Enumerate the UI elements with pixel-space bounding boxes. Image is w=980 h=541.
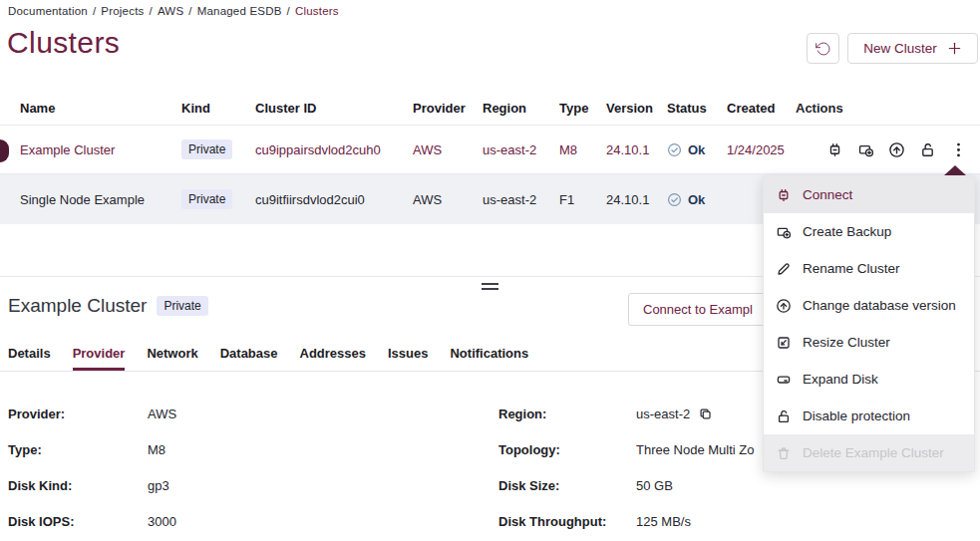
cell-kind: Private xyxy=(181,139,255,159)
column-header-status: Status xyxy=(667,101,727,116)
cell-name: Single Node Example xyxy=(20,192,181,207)
cell-status: Ok xyxy=(667,192,727,207)
menu-item-label: Expand Disk xyxy=(803,372,878,387)
cell-cluster-id: cu9ippairsdvlod2cuh0 xyxy=(255,142,413,157)
column-header-name: Name xyxy=(20,101,181,116)
menu-item-label: Delete Example Cluster xyxy=(803,445,944,460)
menu-item-label: Disable protection xyxy=(803,408,910,423)
tab-notifications[interactable]: Notifications xyxy=(450,346,528,371)
cell-provider: AWS xyxy=(413,192,483,207)
cell-version: 24.10.1 xyxy=(606,142,667,157)
menu-item-expand-disk[interactable]: Expand Disk xyxy=(764,361,974,398)
tab-network[interactable]: Network xyxy=(147,346,197,371)
field-value: M8 xyxy=(148,442,165,457)
menu-item-label: Create Backup xyxy=(803,224,891,239)
copy-icon[interactable] xyxy=(698,406,713,421)
provider-fields-left: Provider: AWS Type: M8 Disk Kind: gp3 Di… xyxy=(8,396,176,539)
tab-details[interactable]: Details xyxy=(8,346,51,371)
cell-type: F1 xyxy=(559,192,606,207)
protection-lock-icon[interactable] xyxy=(919,141,936,158)
field-value: gp3 xyxy=(148,478,169,493)
new-cluster-button[interactable]: New Cluster xyxy=(847,33,978,64)
cell-kind: Private xyxy=(181,189,255,209)
field-provider: Provider: AWS xyxy=(8,396,176,431)
menu-item-change-database-version[interactable]: Change database version xyxy=(764,287,974,324)
field-disk-size: Disk Size: 50 GB xyxy=(498,467,755,503)
kind-badge: Private xyxy=(181,189,232,209)
field-disk-kind: Disk Kind: gp3 xyxy=(8,467,176,503)
column-header-provider: Provider xyxy=(413,101,483,116)
field-label: Provider: xyxy=(8,406,148,421)
cell-region: us-east-2 xyxy=(483,192,559,207)
field-value: 125 MB/s xyxy=(636,514,691,529)
unlock-icon xyxy=(776,408,792,424)
field-value: 50 GB xyxy=(636,478,673,493)
splitter-drag-handle[interactable] xyxy=(482,283,498,290)
breadcrumb-separator: / xyxy=(150,5,153,17)
breadcrumb-projects[interactable]: Projects xyxy=(101,5,144,17)
menu-item-label: Connect xyxy=(803,187,852,202)
menu-item-disable-protection[interactable]: Disable protection xyxy=(764,398,974,434)
tab-addresses[interactable]: Addresses xyxy=(300,346,366,371)
column-header-actions: Actions xyxy=(796,101,980,116)
pencil-icon xyxy=(776,261,792,277)
check-circle-icon xyxy=(667,142,682,157)
breadcrumb: Documentation / Projects / AWS / Managed… xyxy=(8,5,339,17)
detail-private-badge: Private xyxy=(157,296,207,316)
breadcrumb-documentation[interactable]: Documentation xyxy=(8,5,88,17)
status-badge: Ok xyxy=(688,192,705,207)
tab-provider[interactable]: Provider xyxy=(73,346,126,371)
plus-icon xyxy=(947,41,962,56)
menu-item-delete-cluster: Delete Example Cluster xyxy=(764,434,974,471)
column-header-cluster-id: Cluster ID xyxy=(255,101,413,116)
new-cluster-label: New Cluster xyxy=(863,41,937,56)
menu-item-resize-cluster[interactable]: Resize Cluster xyxy=(764,324,974,361)
field-disk-iops: Disk IOPS: 3000 xyxy=(8,503,176,539)
breadcrumb-managed-esdb[interactable]: Managed ESDB xyxy=(197,5,282,17)
refresh-icon xyxy=(816,41,831,57)
connect-icon[interactable] xyxy=(826,141,843,158)
provider-fields-right: Region: us-east-2 Topology: Three Node M… xyxy=(498,396,755,539)
menu-item-label: Change database version xyxy=(803,298,956,313)
menu-item-connect[interactable]: Connect xyxy=(764,176,974,213)
field-label: Disk Size: xyxy=(498,478,636,493)
tab-issues[interactable]: Issues xyxy=(388,346,428,371)
menu-item-rename-cluster[interactable]: Rename Cluster xyxy=(764,250,974,287)
field-type: Type: M8 xyxy=(8,431,176,467)
field-label: Region: xyxy=(498,406,636,421)
selected-row-marker xyxy=(0,139,9,162)
detail-cluster-title: Example Cluster xyxy=(8,295,147,317)
column-header-type: Type xyxy=(559,101,606,116)
tab-database[interactable]: Database xyxy=(220,346,278,371)
breadcrumb-separator: / xyxy=(93,5,96,17)
breadcrumb-aws[interactable]: AWS xyxy=(158,5,183,17)
cell-status: Ok xyxy=(667,142,727,157)
field-label: Type: xyxy=(8,442,148,457)
page-title: Clusters xyxy=(7,26,120,60)
plug-icon xyxy=(776,187,792,203)
kebab-menu-icon[interactable] xyxy=(950,141,967,158)
breadcrumb-separator: / xyxy=(188,5,191,17)
breadcrumb-separator: / xyxy=(287,5,290,17)
create-backup-icon[interactable] xyxy=(857,141,874,158)
field-region: Region: us-east-2 xyxy=(498,396,755,431)
field-label: Disk Throughput: xyxy=(498,514,636,529)
cell-type: M8 xyxy=(559,142,606,157)
column-header-kind: Kind xyxy=(181,101,255,116)
breadcrumb-clusters[interactable]: Clusters xyxy=(295,5,339,17)
field-label: Topology: xyxy=(498,442,636,457)
refresh-button[interactable] xyxy=(807,33,839,64)
cell-provider: AWS xyxy=(413,142,483,157)
column-header-created: Created xyxy=(727,101,796,116)
field-value: Three Node Multi Zo xyxy=(636,442,755,457)
row-context-menu: Connect Create Backup Rename Cluster Cha… xyxy=(763,165,975,472)
column-header-actions-label: Actions xyxy=(796,101,843,116)
detail-header: Example Cluster Private xyxy=(8,295,208,317)
cell-version: 24.10.1 xyxy=(606,192,667,207)
upgrade-version-icon[interactable] xyxy=(888,141,905,158)
field-value: 3000 xyxy=(148,514,176,529)
menu-pointer-arrow xyxy=(944,165,966,175)
column-header-region: Region xyxy=(483,101,559,116)
menu-item-create-backup[interactable]: Create Backup xyxy=(764,213,974,250)
disk-icon xyxy=(776,372,792,388)
